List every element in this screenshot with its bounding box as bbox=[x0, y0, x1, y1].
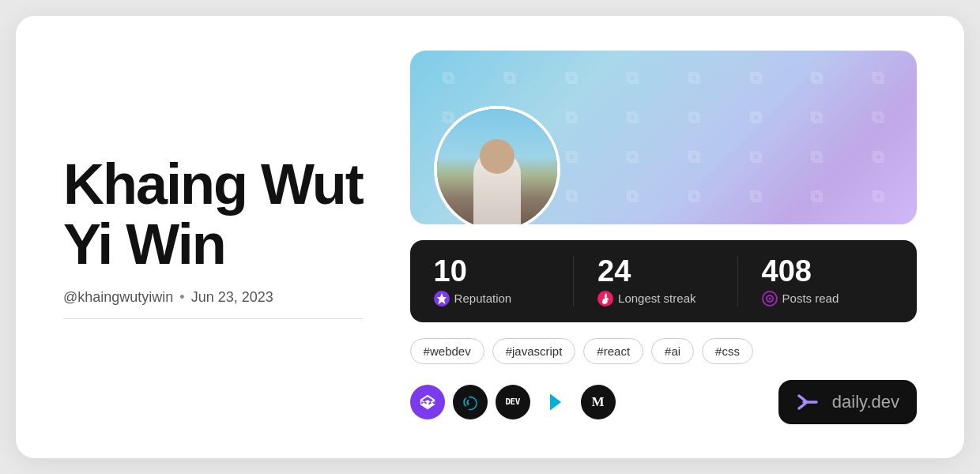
watermark-icon: ⧉ bbox=[786, 137, 848, 177]
codepen-icon[interactable] bbox=[410, 385, 445, 419]
watermark-icon: ⧉ bbox=[602, 137, 664, 177]
watermark-icon: ⧉ bbox=[725, 137, 786, 177]
watermark-icon: ⧉ bbox=[847, 58, 909, 98]
watermark-icon: ⧉ bbox=[602, 58, 664, 98]
tag-react[interactable]: #react bbox=[583, 338, 643, 364]
avatar-photo bbox=[437, 109, 557, 224]
stat-posts: 408 Posts read bbox=[737, 256, 893, 307]
user-handle-row: @khaingwutyiwin • Jun 23, 2023 bbox=[63, 289, 363, 306]
watermark-icon: ⧉ bbox=[725, 58, 786, 98]
medium-icon[interactable]: M bbox=[581, 385, 616, 419]
daily-dev-logo-icon bbox=[796, 391, 824, 413]
streak-label: Longest streak bbox=[597, 291, 729, 307]
posts-label: Posts read bbox=[762, 291, 893, 307]
streak-value: 24 bbox=[597, 256, 729, 286]
watermark-icon: ⧉ bbox=[602, 98, 664, 137]
watermark-icon: ⧉ bbox=[663, 177, 725, 216]
separator: • bbox=[179, 289, 184, 306]
watermark-icon: ⧉ bbox=[786, 58, 848, 98]
stats-bar: 10 Reputation 24 bbox=[410, 240, 917, 322]
tags-row: #webdev #javascript #react #ai #css bbox=[410, 338, 917, 364]
producthunt-icon[interactable] bbox=[538, 385, 573, 419]
tag-css[interactable]: #css bbox=[702, 338, 753, 364]
reputation-value: 10 bbox=[434, 256, 565, 286]
watermark-icon: ⧉ bbox=[847, 137, 909, 177]
avatar bbox=[434, 106, 560, 224]
avatar-container bbox=[434, 106, 560, 224]
profile-banner: ⧉ ⧉ ⧉ ⧉ ⧉ ⧉ ⧉ ⧉ ⧉ ⧉ ⧉ ⧉ ⧉ ⧉ ⧉ ⧉ ⧉ ⧉ ⧉ ⧉ bbox=[410, 51, 917, 224]
streak-text: Longest streak bbox=[618, 292, 695, 305]
svg-point-2 bbox=[768, 297, 771, 299]
tag-ai[interactable]: #ai bbox=[651, 338, 694, 364]
watermark-icon: ⧉ bbox=[786, 177, 848, 216]
join-date: Jun 23, 2023 bbox=[191, 289, 273, 306]
reputation-label: Reputation bbox=[434, 291, 565, 307]
profile-right: ⧉ ⧉ ⧉ ⧉ ⧉ ⧉ ⧉ ⧉ ⧉ ⧉ ⧉ ⧉ ⧉ ⧉ ⧉ ⧉ ⧉ ⧉ ⧉ ⧉ bbox=[410, 51, 917, 424]
freecodecamp-icon[interactable] bbox=[453, 385, 488, 419]
reputation-text: Reputation bbox=[454, 292, 512, 305]
daily-dev-badge[interactable]: daily.dev bbox=[778, 380, 917, 424]
streak-icon bbox=[597, 291, 613, 307]
watermark-icon: ⧉ bbox=[541, 58, 602, 98]
watermark-icon: ⧉ bbox=[479, 58, 541, 98]
tag-webdev[interactable]: #webdev bbox=[410, 338, 484, 364]
posts-value: 408 bbox=[762, 256, 893, 286]
watermark-icon: ⧉ bbox=[786, 98, 848, 137]
stat-streak: 24 Longest streak bbox=[573, 256, 729, 307]
watermark-icon: ⧉ bbox=[725, 177, 786, 216]
social-icons: DEV M bbox=[410, 385, 616, 419]
bottom-row: DEV M daily.dev bbox=[410, 380, 917, 424]
posts-icon bbox=[762, 291, 778, 307]
watermark-icon: ⧉ bbox=[602, 177, 664, 216]
stat-reputation: 10 Reputation bbox=[434, 256, 565, 307]
reputation-icon bbox=[434, 291, 450, 307]
watermark-icon: ⧉ bbox=[663, 98, 725, 137]
watermark-icon: ⧉ bbox=[847, 98, 909, 137]
devto-icon[interactable]: DEV bbox=[496, 385, 530, 419]
daily-dev-name: daily.dev bbox=[832, 392, 899, 412]
profile-card: Khaing Wut Yi Win @khaingwutyiwin • Jun … bbox=[16, 16, 964, 458]
svg-marker-3 bbox=[550, 393, 561, 410]
watermark-icon: ⧉ bbox=[847, 177, 909, 216]
watermark-icon: ⧉ bbox=[418, 58, 480, 98]
divider bbox=[63, 318, 363, 319]
svg-marker-0 bbox=[437, 293, 447, 304]
user-name: Khaing Wut Yi Win bbox=[63, 155, 363, 274]
watermark-icon: ⧉ bbox=[725, 98, 786, 137]
user-handle: @khaingwutyiwin bbox=[63, 289, 173, 306]
watermark-icon: ⧉ bbox=[663, 58, 725, 98]
watermark-icon: ⧉ bbox=[663, 137, 725, 177]
tag-javascript[interactable]: #javascript bbox=[492, 338, 576, 364]
posts-text: Posts read bbox=[782, 292, 839, 305]
profile-left: Khaing Wut Yi Win @khaingwutyiwin • Jun … bbox=[63, 155, 363, 318]
